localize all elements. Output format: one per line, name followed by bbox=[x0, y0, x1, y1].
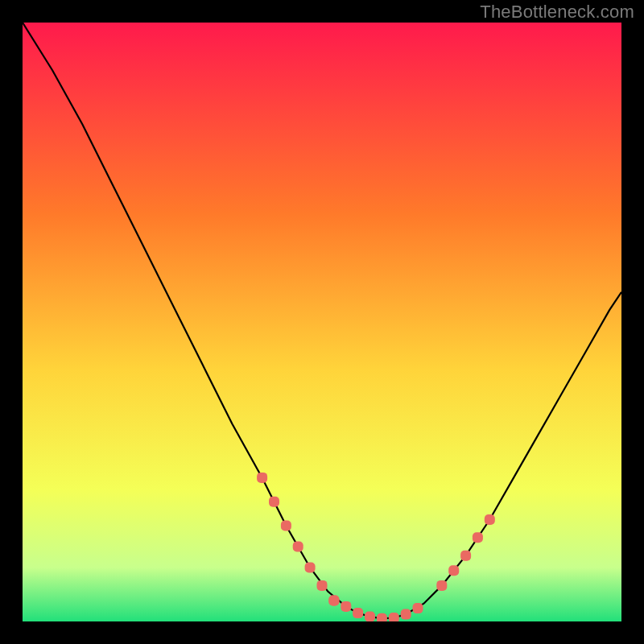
marker-dot bbox=[341, 601, 351, 612]
marker-dot bbox=[485, 514, 495, 525]
marker-dot bbox=[460, 551, 471, 561]
chart-svg bbox=[23, 23, 621, 621]
marker-dot bbox=[293, 542, 303, 552]
marker-dot bbox=[269, 497, 279, 507]
gradient-background bbox=[23, 23, 621, 621]
marker-dot bbox=[317, 580, 328, 591]
marker-dot bbox=[448, 565, 459, 576]
marker-dot bbox=[365, 612, 375, 622]
marker-dot bbox=[413, 603, 423, 613]
marker-dot bbox=[401, 609, 411, 620]
marker-dot bbox=[436, 580, 447, 591]
chart-frame: TheBottleneck.com bbox=[0, 0, 644, 644]
marker-dot bbox=[305, 563, 316, 573]
marker-dot bbox=[281, 521, 291, 531]
plot-area bbox=[23, 23, 621, 621]
watermark-text: TheBottleneck.com bbox=[480, 2, 634, 23]
marker-dot bbox=[377, 613, 387, 621]
marker-dot bbox=[328, 596, 339, 606]
marker-dot bbox=[389, 613, 399, 621]
marker-dot bbox=[257, 473, 267, 483]
marker-dot bbox=[473, 532, 483, 543]
marker-dot bbox=[353, 608, 363, 618]
